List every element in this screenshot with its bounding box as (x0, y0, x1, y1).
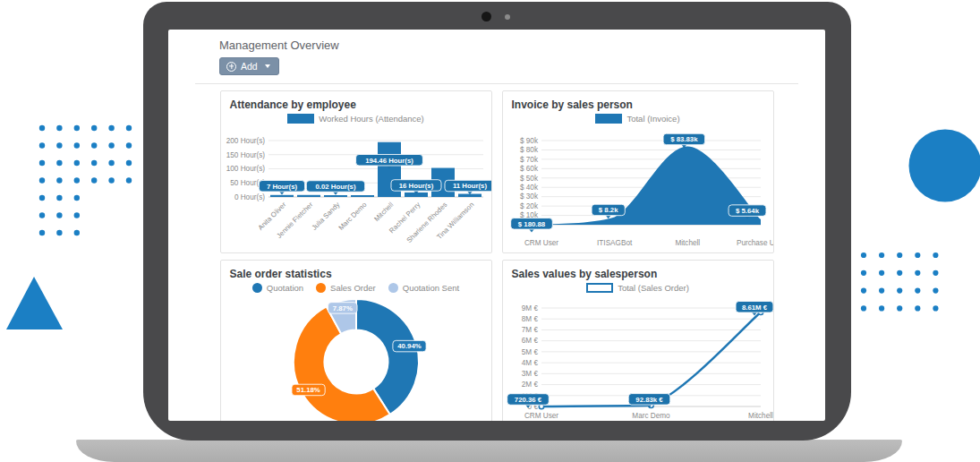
svg-text:Julia Sandy: Julia Sandy (310, 201, 341, 232)
svg-text:7.87%: 7.87% (332, 304, 352, 312)
svg-text:0 Hour(s): 0 Hour(s) (234, 193, 264, 201)
card-title: Sale order statistics (230, 268, 484, 280)
webcam-icon (481, 12, 491, 21)
svg-text:Mitchell: Mitchell (372, 201, 395, 223)
cards-grid: Attendance by employeeWorked Hours (Atte… (220, 90, 774, 421)
svg-text:40.94%: 40.94% (397, 342, 422, 350)
laptop-screen: Management Overview Add Attendance by em… (168, 30, 825, 421)
card-title: Attendance by employee (230, 98, 484, 111)
chart-legend: Total (Invoice) (510, 112, 766, 125)
legend-item[interactable]: Worked Hours (Attendance) (287, 114, 424, 124)
svg-text:720.36 €: 720.36 € (514, 396, 541, 404)
card-sale-order-statistics: Sale order statisticsQuotationSales Orde… (220, 260, 492, 421)
chart-legend: QuotationSales OrderQuotation Sent (228, 281, 484, 295)
caret-down-icon (265, 64, 270, 68)
card-title: Sales values by salesperson (512, 268, 766, 280)
svg-text:CRM User: CRM User (524, 412, 558, 420)
svg-text:6M €: 6M € (521, 337, 538, 345)
card-title: Invoice by sales person (512, 98, 766, 111)
card-invoice: Invoice by sales personTotal (Invoice)$ … (502, 90, 774, 253)
svg-text:11 Hour(s): 11 Hour(s) (452, 182, 487, 190)
svg-text:ITISAGBot: ITISAGBot (597, 239, 633, 247)
svg-text:CRM User: CRM User (524, 239, 558, 247)
svg-text:Marc Demo: Marc Demo (337, 201, 368, 232)
chart-legend: Worked Hours (Attendance) (228, 112, 484, 125)
legend-label: Quotation Sent (403, 283, 459, 293)
legend-label: Quotation (267, 283, 303, 293)
svg-text:194.46 Hour(s): 194.46 Hour(s) (365, 157, 413, 165)
page: Management Overview Add Attendance by em… (0, 0, 980, 462)
sale-order-statistics-chart[interactable]: 40.94%51.18%7.87% (228, 295, 484, 421)
laptop-base (76, 440, 902, 462)
svg-text:0.02 Hour(s): 0.02 Hour(s) (315, 183, 355, 191)
svg-text:Mitchell: Mitchell (748, 412, 773, 420)
laptop-frame: Management Overview Add Attendance by em… (143, 2, 851, 441)
legend-swatch-icon (388, 283, 398, 293)
svg-text:$ 60k: $ 60k (519, 165, 538, 173)
svg-text:$ 80k: $ 80k (519, 146, 538, 154)
plus-circle-icon (226, 62, 236, 72)
svg-text:100 Hour(s): 100 Hour(s) (226, 165, 265, 173)
svg-text:$ 30k: $ 30k (519, 192, 538, 201)
legend-item[interactable]: Quotation Sent (388, 283, 459, 293)
legend-item[interactable]: Total (Sales Order) (586, 283, 689, 293)
svg-text:Marc Demo: Marc Demo (632, 412, 670, 420)
attendance-chart[interactable]: 0 Hour(s)50 Hour(s)100 Hour(s)150 Hour(s… (228, 126, 484, 253)
webcam-indicator-dot (505, 14, 510, 20)
svg-text:9M €: 9M € (521, 304, 538, 312)
invoice-chart[interactable]: $ 0$ 10k$ 20k$ 30k$ 40k$ 50k$ 60k$ 70k$ … (510, 126, 766, 253)
legend-item[interactable]: Quotation (252, 283, 303, 293)
svg-text:Mitchell: Mitchell (675, 239, 700, 247)
svg-text:$ 5.64k: $ 5.64k (735, 207, 759, 215)
add-button-label: Add (241, 61, 258, 72)
svg-text:92.83k €: 92.83k € (635, 396, 663, 404)
legend-item[interactable]: Total (Invoice) (595, 114, 679, 124)
svg-text:$ 50k: $ 50k (519, 175, 538, 183)
svg-text:150 Hour(s): 150 Hour(s) (226, 151, 265, 159)
legend-swatch-icon (316, 283, 326, 293)
legend-swatch-icon (595, 114, 622, 124)
legend-item[interactable]: Sales Order (316, 283, 376, 293)
legend-label: Total (Sales Order) (618, 283, 689, 293)
card-sales-values: Sales values by salespersonTotal (Sales … (502, 260, 774, 421)
svg-text:8M €: 8M € (521, 315, 538, 323)
svg-text:51.18%: 51.18% (296, 386, 320, 394)
sales-values-chart[interactable]: 0 €1M €2M €3M €4M €5M €6M €7M €8M €9M €C… (510, 295, 766, 421)
legend-label: Worked Hours (Attendance) (319, 114, 424, 124)
header-divider (195, 83, 798, 84)
svg-text:4M €: 4M € (521, 359, 538, 367)
legend-swatch-icon (252, 283, 262, 293)
svg-text:$ 70k: $ 70k (519, 156, 538, 164)
add-button[interactable]: Add (219, 57, 279, 75)
legend-swatch-icon (586, 283, 613, 293)
svg-text:5M €: 5M € (521, 348, 538, 356)
svg-text:7 Hour(s): 7 Hour(s) (266, 183, 297, 191)
svg-text:$ 40k: $ 40k (519, 184, 538, 192)
svg-text:8.61M €: 8.61M € (741, 304, 767, 312)
svg-text:2M €: 2M € (521, 381, 538, 389)
svg-text:$ 83.83k: $ 83.83k (670, 135, 698, 143)
legend-swatch-icon (287, 114, 314, 124)
svg-text:$ 8.2k: $ 8.2k (598, 206, 618, 214)
svg-text:$ 20k: $ 20k (519, 202, 538, 210)
svg-text:$ 90k: $ 90k (519, 137, 538, 145)
svg-text:3M €: 3M € (521, 370, 538, 378)
dashboard-header: Management Overview Add (168, 38, 825, 75)
svg-text:$ 180.88: $ 180.88 (517, 220, 545, 228)
legend-label: Sales Order (330, 283, 376, 293)
svg-text:200 Hour(s): 200 Hour(s) (226, 137, 265, 145)
svg-text:7M €: 7M € (521, 326, 538, 334)
svg-text:16 Hour(s): 16 Hour(s) (398, 182, 433, 190)
page-title: Management Overview (219, 38, 774, 52)
chart-legend: Total (Sales Order) (510, 281, 766, 295)
dashboard: Management Overview Add Attendance by em… (168, 30, 825, 421)
svg-text:Purchase User: Purchase User (736, 239, 773, 247)
card-attendance: Attendance by employeeWorked Hours (Atte… (220, 90, 492, 253)
legend-label: Total (Invoice) (626, 114, 679, 124)
